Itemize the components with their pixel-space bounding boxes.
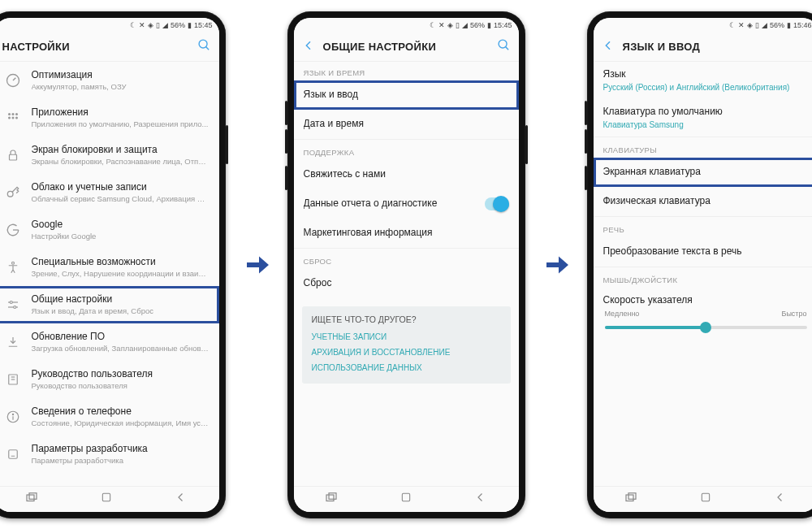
back-nav-icon[interactable] [773, 490, 788, 508]
dnd-icon: ☾ [130, 21, 136, 29]
reset-item[interactable]: Сброс [294, 269, 519, 298]
svg-point-8 [15, 116, 18, 119]
dnd-icon: ☾ [430, 21, 436, 29]
svg-point-3 [8, 113, 11, 115]
accessibility-item[interactable]: Специальные возможностиЗрение, Слух, Нар… [0, 249, 219, 286]
home-icon[interactable] [699, 491, 712, 507]
settings-list[interactable]: ОптимизацияАккумулятор, память, ОЗУ Прил… [0, 62, 219, 486]
manual-item[interactable]: Руководство пользователяРуководство поль… [0, 361, 219, 398]
dnd-icon: ☾ [729, 21, 736, 29]
recents-icon[interactable] [624, 490, 638, 508]
home-icon[interactable] [100, 491, 113, 507]
svg-rect-23 [27, 495, 34, 501]
battery-pct: 56% [470, 21, 485, 29]
page-title: ЯЗЫК И ВВОД [623, 41, 810, 53]
update-item[interactable]: Обновление ПОЗагрузка обновлений, Заплан… [0, 323, 219, 361]
default-keyboard-item[interactable]: Клавиатура по умолчаниюКлавиатура Samsun… [594, 99, 813, 137]
item-sub: Клавиатура Samsung [603, 119, 809, 130]
marketing-item[interactable]: Маркетинговая информация [294, 219, 519, 248]
signal-icon: ◢ [762, 21, 767, 29]
arrow-icon [240, 249, 273, 281]
section-keyboards: КЛАВИАТУРЫ [594, 137, 813, 158]
item-sub: Облачный сервис Samsung Cloud, Архивация… [32, 194, 209, 204]
google-item[interactable]: GoogleНастройки Google [0, 211, 219, 249]
general-item[interactable]: Общие настройкиЯзык и ввод, Дата и время… [0, 286, 219, 323]
arrow-icon [540, 249, 572, 281]
phone-2: ☾ ✕ ◈ ▯ ◢ 56% ▮ 15:45 ОБЩИЕ НАСТРОЙКИ ЯЗ… [287, 11, 525, 518]
battery-icon: ▮ [487, 21, 491, 29]
pointer-speed-slider[interactable] [605, 326, 807, 329]
sim-icon: ▯ [156, 21, 160, 29]
header-bar: ОБЩИЕ НАСТРОЙКИ [294, 33, 519, 62]
item-sub: Руководство пользователя [32, 381, 209, 391]
item-sub: Параметры разработчика [32, 456, 209, 466]
back-nav-icon[interactable] [473, 490, 488, 508]
general-settings-list[interactable]: ЯЗЫК И ВРЕМЯ Язык и ввод Дата и время ПО… [294, 62, 519, 486]
back-icon[interactable] [302, 39, 315, 54]
sim-icon: ▯ [456, 21, 460, 29]
diag-toggle[interactable] [485, 197, 509, 210]
item-label: Обновление ПО [32, 330, 209, 343]
cloud-item[interactable]: Облако и учетные записиОблачный сервис S… [0, 174, 219, 211]
pointer-speed-item[interactable]: Скорость указателя Медленно Быстро [594, 288, 813, 341]
recents-icon[interactable] [324, 490, 339, 508]
date-time-item[interactable]: Дата и время [294, 110, 519, 139]
phone-1: ☾ ✕ ◈ ▯ ◢ 56% ▮ 15:45 НАСТРОЙКИ Оптимиза… [0, 11, 226, 518]
mute-icon: ✕ [438, 21, 445, 29]
item-sub: Русский (Россия) и Английский (Великобри… [603, 82, 809, 93]
status-bar: ☾ ✕ ◈ ▯ ◢ 56% ▮ 15:46 [594, 18, 813, 33]
search-icon[interactable] [497, 38, 511, 54]
download-icon [4, 333, 22, 351]
item-sub: Приложения по умолчанию, Разрешения прил… [32, 119, 209, 129]
item-label: Экранная клавиатура [603, 165, 809, 178]
mute-icon: ✕ [139, 21, 145, 29]
svg-point-15 [13, 306, 15, 308]
svg-rect-28 [326, 495, 334, 501]
slider-fast-label: Быстро [781, 310, 806, 318]
svg-point-21 [12, 414, 13, 414]
back-nav-icon[interactable] [174, 490, 188, 508]
svg-rect-33 [702, 493, 709, 501]
recents-icon[interactable] [24, 490, 39, 508]
search-icon[interactable] [197, 38, 211, 54]
item-label: Язык [603, 67, 809, 80]
svg-rect-22 [8, 449, 17, 458]
lang-input-list[interactable]: ЯзыкРусский (Россия) и Английский (Велик… [594, 62, 813, 486]
section-lang-time: ЯЗЫК И ВРЕМЯ [294, 62, 519, 80]
svg-rect-32 [628, 493, 636, 500]
item-sub: Настройки Google [32, 232, 209, 241]
back-icon[interactable] [602, 39, 615, 54]
contact-us-item[interactable]: Свяжитесь с нами [294, 160, 519, 189]
item-label: Облако и учетные записи [32, 180, 209, 193]
item-label: Сведения о телефоне [32, 405, 209, 418]
onscreen-keyboard-item[interactable]: Экранная клавиатура [594, 158, 813, 187]
lf-backup[interactable]: АРХИВАЦИЯ И ВОССТАНОВЛЕНИЕ [312, 345, 501, 360]
gauge-icon [4, 72, 22, 89]
wifi-icon: ◈ [447, 21, 453, 29]
devopts-item[interactable]: Параметры разработчикаПараметры разработ… [0, 436, 219, 473]
item-label: Руководство пользователя [32, 367, 209, 380]
about-item[interactable]: Сведения о телефонеСостояние, Юридическа… [0, 398, 219, 436]
home-icon[interactable] [400, 491, 412, 507]
grid-icon [4, 109, 22, 127]
tts-item[interactable]: Преобразование текста в речь [594, 237, 813, 267]
svg-rect-31 [626, 495, 633, 501]
lockscreen-item[interactable]: Экран блокировки и защитаЭкраны блокиров… [0, 137, 219, 174]
google-icon [4, 221, 22, 239]
apps-item[interactable]: ПриложенияПриложения по умолчанию, Разре… [0, 99, 219, 137]
language-item[interactable]: ЯзыкРусский (Россия) и Английский (Велик… [594, 62, 813, 99]
physical-keyboard-item[interactable]: Физическая клавиатура [594, 187, 813, 216]
item-sub: Экраны блокировки, Распознавание лица, О… [32, 157, 209, 167]
lang-input-item[interactable]: Язык и ввод [294, 80, 519, 110]
item-sub: Состояние, Юридическая информация, Имя у… [32, 418, 209, 428]
optimization-item[interactable]: ОптимизацияАккумулятор, память, ОЗУ [0, 62, 219, 99]
header-bar: НАСТРОЙКИ [0, 33, 219, 62]
diag-report-item[interactable]: Данные отчета о диагностике [294, 189, 519, 219]
clock: 15:45 [194, 21, 213, 29]
item-label: Клавиатура по умолчанию [603, 105, 809, 118]
lf-datausage[interactable]: ИСПОЛЬЗОВАНИЕ ДАННЫХ [312, 360, 501, 375]
item-sub: Загрузка обновлений, Запланированные обн… [32, 344, 209, 353]
svg-point-6 [8, 116, 11, 119]
lf-accounts[interactable]: УЧЕТНЫЕ ЗАПИСИ [312, 329, 501, 345]
signal-icon: ◢ [162, 21, 168, 29]
